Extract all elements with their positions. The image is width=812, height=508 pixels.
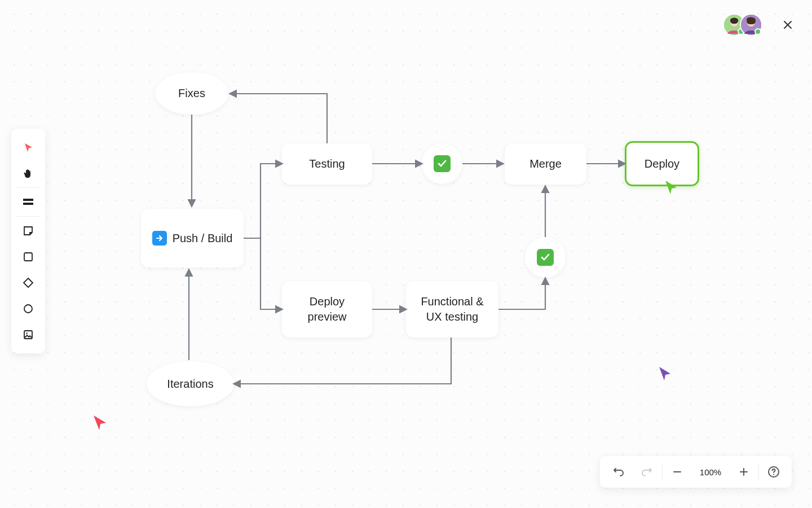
- section-tool[interactable]: [11, 189, 45, 215]
- help-button[interactable]: [759, 456, 788, 488]
- image-icon: [23, 330, 33, 340]
- sticky-note-icon: [23, 226, 33, 236]
- cursor-icon: [92, 414, 108, 431]
- header: [723, 14, 796, 36]
- help-icon: [767, 466, 780, 478]
- connectors-layer: [0, 0, 812, 508]
- cursor-icon: [658, 366, 673, 382]
- diamond-icon: [23, 277, 34, 288]
- svg-point-12: [773, 474, 774, 475]
- zoom-level-label[interactable]: 100%: [692, 467, 729, 477]
- hand-tool[interactable]: [11, 160, 45, 186]
- diamond-tool[interactable]: [11, 270, 45, 296]
- cursor-icon: [664, 179, 679, 195]
- close-button[interactable]: [779, 16, 796, 33]
- close-icon: [783, 20, 793, 30]
- avatar[interactable]: [740, 14, 762, 36]
- toolbar-divider: [17, 216, 39, 217]
- svg-rect-6: [23, 203, 33, 205]
- bottom-toolbar: 100%: [600, 456, 792, 488]
- collaborator-cursor-purple: [658, 366, 673, 382]
- hand-icon: [23, 168, 34, 179]
- svg-point-10: [26, 332, 28, 334]
- presence-dot-icon: [754, 28, 761, 35]
- circle-tool[interactable]: [11, 296, 45, 322]
- collaborator-avatars: [723, 14, 762, 36]
- zoom-in-button[interactable]: [729, 456, 758, 488]
- cursor-icon: [23, 142, 33, 152]
- tools-toolbar: [11, 129, 45, 353]
- circle-icon: [23, 304, 33, 314]
- undo-icon: [612, 466, 624, 478]
- minus-icon: [672, 467, 682, 477]
- redo-button[interactable]: [633, 456, 662, 488]
- toolbar-divider: [17, 187, 39, 188]
- section-icon: [23, 197, 34, 207]
- rectangle-icon: [23, 252, 33, 262]
- svg-point-8: [24, 305, 32, 313]
- image-tool[interactable]: [11, 322, 45, 348]
- svg-rect-5: [23, 199, 33, 201]
- collaborator-cursor-green: [664, 179, 679, 195]
- redo-icon: [641, 466, 654, 478]
- svg-rect-7: [24, 253, 32, 261]
- rectangle-tool[interactable]: [11, 244, 45, 270]
- select-tool[interactable]: [11, 134, 45, 160]
- undo-button[interactable]: [603, 456, 633, 488]
- sticky-note-tool[interactable]: [11, 218, 45, 244]
- zoom-out-button[interactable]: [663, 456, 692, 488]
- collaborator-cursor-red: [92, 414, 108, 431]
- plus-icon: [739, 467, 749, 477]
